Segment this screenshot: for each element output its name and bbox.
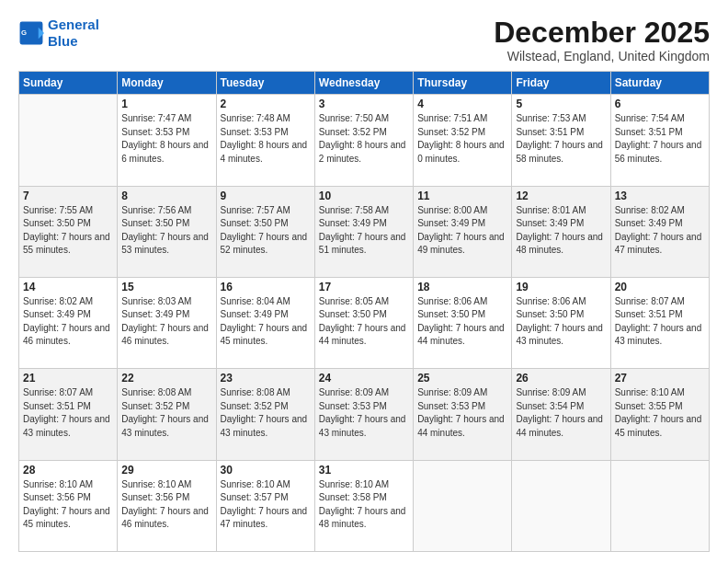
day-number: 10 — [319, 190, 409, 202]
calendar-cell: 1Sunrise: 7:47 AMSunset: 3:53 PMDaylight… — [118, 95, 216, 186]
day-number: 13 — [615, 190, 705, 202]
cell-info: Sunrise: 7:57 AMSunset: 3:50 PMDaylight:… — [221, 204, 311, 258]
day-number: 30 — [221, 464, 311, 477]
calendar-cell: 3Sunrise: 7:50 AMSunset: 3:52 PMDaylight… — [314, 95, 413, 186]
calendar-cell: 7Sunrise: 7:55 AMSunset: 3:50 PMDaylight… — [19, 186, 118, 277]
calendar-cell: 10Sunrise: 7:58 AMSunset: 3:49 PMDayligh… — [314, 186, 413, 277]
day-number: 1 — [121, 98, 211, 110]
weekday-header: Monday — [118, 72, 216, 95]
day-number: 20 — [615, 281, 705, 293]
title-section: December 2025 Wilstead, England, United … — [494, 17, 710, 63]
weekday-header: Tuesday — [216, 72, 314, 95]
calendar-cell: 9Sunrise: 7:57 AMSunset: 3:50 PMDaylight… — [216, 186, 314, 277]
calendar-cell: 14Sunrise: 8:02 AMSunset: 3:49 PMDayligh… — [19, 277, 118, 368]
calendar-cell: 17Sunrise: 8:05 AMSunset: 3:50 PMDayligh… — [314, 277, 413, 368]
calendar-header-row: SundayMondayTuesdayWednesdayThursdayFrid… — [19, 72, 710, 95]
weekday-header: Saturday — [610, 72, 709, 95]
cell-info: Sunrise: 8:10 AMSunset: 3:58 PMDaylight:… — [319, 478, 409, 532]
day-number: 22 — [121, 372, 211, 385]
day-number: 3 — [319, 98, 409, 110]
day-number: 15 — [121, 281, 211, 293]
cell-info: Sunrise: 8:10 AMSunset: 3:56 PMDaylight:… — [121, 478, 211, 532]
cell-info: Sunrise: 8:06 AMSunset: 3:50 PMDaylight:… — [417, 295, 507, 349]
logo-text: General Blue — [48, 17, 99, 50]
cell-info: Sunrise: 7:48 AMSunset: 3:53 PMDaylight:… — [221, 112, 311, 166]
day-number: 9 — [221, 190, 311, 202]
calendar-cell: 6Sunrise: 7:54 AMSunset: 3:51 PMDaylight… — [610, 95, 709, 186]
calendar-cell — [414, 460, 512, 551]
cell-info: Sunrise: 8:09 AMSunset: 3:54 PMDaylight:… — [516, 386, 606, 440]
calendar-week-row: 14Sunrise: 8:02 AMSunset: 3:49 PMDayligh… — [19, 277, 710, 368]
calendar-cell: 21Sunrise: 8:07 AMSunset: 3:51 PMDayligh… — [19, 369, 118, 460]
cell-info: Sunrise: 8:05 AMSunset: 3:50 PMDaylight:… — [319, 295, 409, 349]
calendar-week-row: 7Sunrise: 7:55 AMSunset: 3:50 PMDaylight… — [19, 186, 710, 277]
calendar-cell: 16Sunrise: 8:04 AMSunset: 3:49 PMDayligh… — [216, 277, 314, 368]
logo-line2: Blue — [48, 33, 78, 49]
cell-info: Sunrise: 7:50 AMSunset: 3:52 PMDaylight:… — [319, 112, 409, 166]
day-number: 27 — [615, 372, 705, 385]
cell-info: Sunrise: 7:47 AMSunset: 3:53 PMDaylight:… — [121, 112, 211, 166]
calendar-cell: 24Sunrise: 8:09 AMSunset: 3:53 PMDayligh… — [314, 369, 413, 460]
calendar-cell — [19, 95, 118, 186]
cell-info: Sunrise: 7:53 AMSunset: 3:51 PMDaylight:… — [516, 112, 606, 166]
location: Wilstead, England, United Kingdom — [494, 49, 710, 63]
cell-info: Sunrise: 8:06 AMSunset: 3:50 PMDaylight:… — [516, 295, 606, 349]
day-number: 28 — [23, 464, 113, 477]
day-number: 19 — [516, 281, 606, 293]
calendar-table: SundayMondayTuesdayWednesdayThursdayFrid… — [18, 71, 710, 552]
logo-icon: G — [18, 20, 44, 46]
calendar-week-row: 21Sunrise: 8:07 AMSunset: 3:51 PMDayligh… — [19, 369, 710, 460]
cell-info: Sunrise: 8:00 AMSunset: 3:49 PMDaylight:… — [417, 204, 507, 258]
cell-info: Sunrise: 7:54 AMSunset: 3:51 PMDaylight:… — [615, 112, 705, 166]
day-number: 23 — [221, 372, 311, 385]
day-number: 8 — [121, 190, 211, 202]
weekday-header: Thursday — [414, 72, 512, 95]
cell-info: Sunrise: 8:02 AMSunset: 3:49 PMDaylight:… — [23, 295, 113, 349]
day-number: 24 — [319, 372, 409, 385]
cell-info: Sunrise: 8:09 AMSunset: 3:53 PMDaylight:… — [417, 386, 507, 440]
cell-info: Sunrise: 8:10 AMSunset: 3:57 PMDaylight:… — [221, 478, 311, 532]
calendar-cell: 19Sunrise: 8:06 AMSunset: 3:50 PMDayligh… — [512, 277, 610, 368]
calendar-cell: 22Sunrise: 8:08 AMSunset: 3:52 PMDayligh… — [118, 369, 216, 460]
calendar-cell: 13Sunrise: 8:02 AMSunset: 3:49 PMDayligh… — [610, 186, 709, 277]
calendar-cell: 30Sunrise: 8:10 AMSunset: 3:57 PMDayligh… — [216, 460, 314, 551]
day-number: 16 — [221, 281, 311, 293]
cell-info: Sunrise: 8:01 AMSunset: 3:49 PMDaylight:… — [516, 204, 606, 258]
calendar-cell: 4Sunrise: 7:51 AMSunset: 3:52 PMDaylight… — [414, 95, 512, 186]
cell-info: Sunrise: 8:03 AMSunset: 3:49 PMDaylight:… — [121, 295, 211, 349]
calendar-cell: 20Sunrise: 8:07 AMSunset: 3:51 PMDayligh… — [610, 277, 709, 368]
day-number: 11 — [417, 190, 507, 202]
cell-info: Sunrise: 8:10 AMSunset: 3:55 PMDaylight:… — [615, 386, 705, 440]
calendar-cell: 5Sunrise: 7:53 AMSunset: 3:51 PMDaylight… — [512, 95, 610, 186]
day-number: 21 — [23, 372, 113, 385]
cell-info: Sunrise: 8:07 AMSunset: 3:51 PMDaylight:… — [23, 386, 113, 440]
cell-info: Sunrise: 8:02 AMSunset: 3:49 PMDaylight:… — [615, 204, 705, 258]
day-number: 17 — [319, 281, 409, 293]
day-number: 2 — [221, 98, 311, 110]
logo: G General Blue — [18, 17, 99, 50]
calendar-cell: 28Sunrise: 8:10 AMSunset: 3:56 PMDayligh… — [19, 460, 118, 551]
calendar-cell: 8Sunrise: 7:56 AMSunset: 3:50 PMDaylight… — [118, 186, 216, 277]
cell-info: Sunrise: 8:04 AMSunset: 3:49 PMDaylight:… — [221, 295, 311, 349]
calendar-cell: 27Sunrise: 8:10 AMSunset: 3:55 PMDayligh… — [610, 369, 709, 460]
cell-info: Sunrise: 8:08 AMSunset: 3:52 PMDaylight:… — [221, 386, 311, 440]
weekday-header: Sunday — [19, 72, 118, 95]
cell-info: Sunrise: 8:09 AMSunset: 3:53 PMDaylight:… — [319, 386, 409, 440]
weekday-header: Friday — [512, 72, 610, 95]
calendar-week-row: 28Sunrise: 8:10 AMSunset: 3:56 PMDayligh… — [19, 460, 710, 551]
day-number: 14 — [23, 281, 113, 293]
calendar-cell: 31Sunrise: 8:10 AMSunset: 3:58 PMDayligh… — [314, 460, 413, 551]
day-number: 6 — [615, 98, 705, 110]
day-number: 12 — [516, 190, 606, 202]
cell-info: Sunrise: 8:08 AMSunset: 3:52 PMDaylight:… — [121, 386, 211, 440]
day-number: 18 — [417, 281, 507, 293]
logo-line1: General — [48, 17, 99, 32]
calendar-cell: 12Sunrise: 8:01 AMSunset: 3:49 PMDayligh… — [512, 186, 610, 277]
calendar-cell: 2Sunrise: 7:48 AMSunset: 3:53 PMDaylight… — [216, 95, 314, 186]
header: G General Blue December 2025 Wilstead, E… — [18, 17, 710, 63]
calendar-cell: 26Sunrise: 8:09 AMSunset: 3:54 PMDayligh… — [512, 369, 610, 460]
calendar-cell: 18Sunrise: 8:06 AMSunset: 3:50 PMDayligh… — [414, 277, 512, 368]
page: G General Blue December 2025 Wilstead, E… — [0, 0, 728, 563]
day-number: 29 — [121, 464, 211, 477]
calendar-week-row: 1Sunrise: 7:47 AMSunset: 3:53 PMDaylight… — [19, 95, 710, 186]
